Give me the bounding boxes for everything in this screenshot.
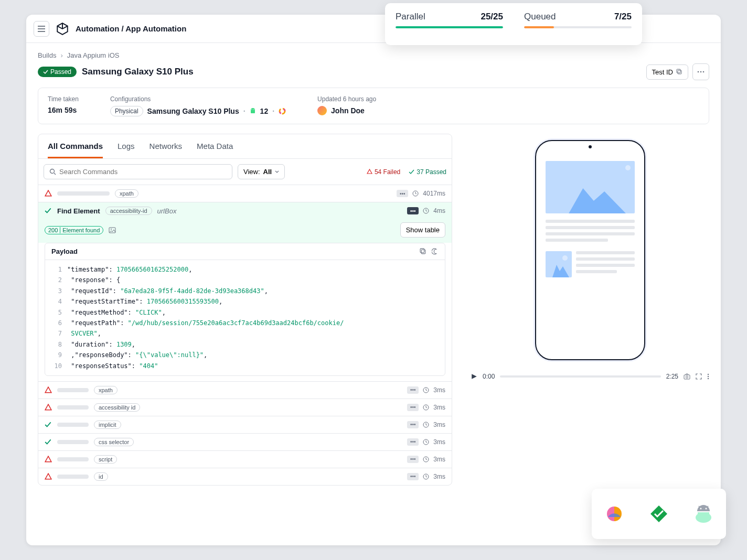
dots-icon — [697, 71, 705, 73]
commands-panel: All Commands Logs Networks Meta Data Vie… — [38, 134, 452, 486]
command-row[interactable]: xpath ••• 4017ms — [38, 185, 452, 202]
camera-icon[interactable] — [684, 373, 690, 380]
check-icon — [43, 69, 48, 74]
payload-title: Payload — [51, 247, 78, 255]
placeholder — [57, 405, 89, 410]
breadcrumb-current: Java Appium iOS — [67, 51, 120, 59]
fullscreen-icon[interactable] — [696, 373, 702, 380]
placeholder — [57, 457, 89, 461]
svg-rect-14 — [421, 250, 425, 254]
command-row[interactable]: id•••3ms — [38, 468, 452, 485]
config-value: Physical Samsung Galaxy S10 Plus · 12 · — [110, 106, 286, 116]
row-more[interactable]: ••• — [407, 473, 419, 480]
android-icon — [250, 107, 256, 115]
svg-point-23 — [686, 376, 688, 378]
row-more[interactable]: ••• — [407, 438, 419, 446]
breadcrumb: Builds › Java Appium iOS — [38, 51, 709, 59]
video-current: 0:00 — [483, 373, 495, 380]
config-label: Configurations — [110, 95, 286, 103]
command-name: Find Element — [57, 207, 100, 215]
row-more[interactable]: ••• — [407, 456, 419, 463]
clock-icon — [423, 473, 429, 480]
row-more[interactable]: ••• — [407, 386, 419, 394]
svg-point-25 — [708, 376, 709, 377]
menu-toggle[interactable] — [34, 21, 49, 37]
avatar-icon — [317, 106, 327, 115]
config-device: Samsung Galaxy S10 Plus — [147, 107, 239, 115]
video-track[interactable] — [500, 375, 660, 378]
svg-rect-0 — [678, 70, 681, 74]
tab-networks[interactable]: Networks — [150, 142, 183, 158]
device-preview-column: 0:00 2:25 — [471, 134, 709, 486]
placeholder — [57, 475, 89, 479]
check-icon — [45, 207, 52, 214]
clock-icon — [423, 208, 429, 214]
dots-vertical-icon[interactable] — [707, 373, 709, 380]
show-table-button[interactable]: Show table — [400, 222, 445, 238]
row-more[interactable]: ••• — [407, 404, 419, 411]
tab-metadata[interactable]: Meta Data — [197, 142, 233, 158]
row-time: 3ms — [433, 438, 445, 446]
android-framework-icon — [692, 502, 715, 525]
framework-icons-card — [592, 489, 726, 539]
hamburger-icon — [38, 26, 45, 32]
svg-rect-15 — [420, 249, 424, 253]
placeholder — [57, 440, 89, 444]
breadcrumb-root[interactable]: Builds — [38, 51, 56, 59]
command-row[interactable]: css selector•••3ms — [38, 433, 452, 450]
check-icon — [409, 169, 414, 175]
play-icon[interactable] — [471, 373, 477, 380]
warning-icon — [45, 404, 52, 411]
test-id-button[interactable]: Test ID — [646, 64, 688, 80]
view-filter[interactable]: View: All — [238, 164, 285, 179]
search-input-wrapper[interactable] — [44, 164, 232, 179]
spinner-icon — [279, 107, 286, 115]
test-id-label: Test ID — [652, 68, 673, 76]
user-value: John Doe — [317, 106, 376, 115]
user-name: John Doe — [331, 106, 365, 115]
svg-rect-22 — [684, 375, 690, 379]
row-time: 3ms — [433, 386, 445, 394]
placeholder-image — [546, 161, 635, 213]
locator-pill: id — [94, 472, 108, 481]
command-subrow: 200 Element found Show table — [38, 219, 452, 243]
passed-count: 37 Passed — [409, 168, 446, 176]
tab-all-commands[interactable]: All Commands — [48, 142, 103, 158]
moon-icon[interactable] — [432, 248, 439, 255]
row-time: 4017ms — [423, 190, 445, 197]
svg-rect-30 — [698, 512, 709, 518]
device-frame — [535, 140, 645, 360]
row-time: 3ms — [433, 473, 445, 480]
row-time: 3ms — [433, 404, 445, 411]
appium-icon — [603, 502, 626, 525]
locator-pill: implicit — [94, 421, 121, 429]
search-input[interactable] — [59, 168, 227, 176]
warning-icon — [367, 169, 372, 175]
header-breadcrumb: Automation / App Automation — [76, 24, 186, 33]
status-badge: Passed — [38, 67, 77, 77]
svg-point-5 — [251, 109, 252, 110]
tab-logs[interactable]: Logs — [118, 142, 135, 158]
locator-pill: script — [94, 455, 117, 464]
command-row[interactable]: script•••3ms — [38, 450, 452, 468]
copy-icon[interactable] — [420, 248, 426, 255]
locator-pill: xpath — [94, 386, 118, 394]
row-more[interactable]: ••• — [397, 190, 408, 197]
view-label: View: — [243, 168, 260, 176]
placeholder — [57, 191, 110, 196]
command-row[interactable]: accessibility id•••3ms — [38, 399, 452, 416]
svg-rect-1 — [677, 69, 680, 73]
command-row[interactable]: implicit•••3ms — [38, 416, 452, 433]
warning-icon — [45, 473, 52, 480]
command-row-expanded[interactable]: Find Element accessibility-id urlBox •••… — [38, 202, 452, 219]
image-icon[interactable] — [109, 227, 116, 233]
svg-point-4 — [703, 71, 705, 73]
row-more[interactable]: ••• — [407, 207, 419, 214]
passed-framework-icon — [647, 502, 670, 525]
command-row[interactable]: xpath•••3ms — [38, 381, 452, 399]
row-more[interactable]: ••• — [407, 421, 419, 428]
chevron-down-icon — [275, 170, 279, 173]
copy-icon — [676, 69, 682, 75]
locator-pill: accessibility id — [94, 403, 140, 412]
more-button[interactable] — [692, 63, 709, 80]
